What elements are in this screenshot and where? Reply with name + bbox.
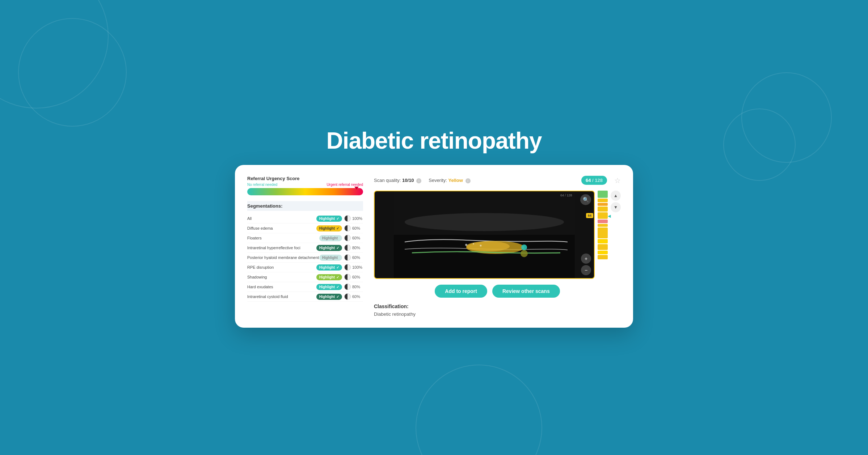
- contrast-icon[interactable]: [344, 293, 351, 300]
- highlight-button[interactable]: Highlight ✓: [316, 294, 342, 300]
- seg-pct-label: 100%: [352, 216, 363, 221]
- nav-up-button[interactable]: ▲: [611, 191, 621, 201]
- referral-label-high: Urgent referral needed: [326, 183, 363, 187]
- scan-counter: 64 / 128: [581, 176, 607, 185]
- highlight-button[interactable]: Highlight ✓: [316, 264, 342, 271]
- referral-label-low: No referral needed: [247, 183, 277, 187]
- svg-point-5: [521, 244, 527, 250]
- scan-zoom-out-button[interactable]: −: [581, 265, 591, 275]
- thumbnail-strip: 64 ◀: [598, 191, 608, 279]
- scan-viewer: 64 / 128 🔍 + − 64: [374, 191, 621, 279]
- svg-point-6: [521, 250, 528, 257]
- scan-header: Scan quality: 10/10 i Severity: Yellow i…: [374, 176, 621, 185]
- seg-row-name: Intraretinal cystoid fluid: [247, 294, 316, 299]
- contrast-icon[interactable]: [344, 244, 351, 251]
- frame-indicator: 64: [586, 213, 593, 218]
- referral-section: Referral Urgency Score No referral neede…: [247, 176, 363, 196]
- scan-search-overlay: 🔍: [580, 194, 591, 205]
- seg-row-name: Intraretinal hyperreflective foci: [247, 246, 316, 250]
- scan-quality: Scan quality: 10/10 i: [374, 178, 421, 183]
- svg-point-2: [405, 213, 564, 231]
- seg-row-name: All: [247, 216, 316, 221]
- seg-row: Posterior hyaloid membrane detachmentHig…: [247, 253, 363, 263]
- scan-counter-current: 64: [586, 178, 591, 183]
- scan-severity-info-icon[interactable]: i: [465, 178, 471, 183]
- classification-title: Classification:: [374, 303, 621, 309]
- seg-row: ShadowingHighlight ✓60%: [247, 272, 363, 282]
- classification-value: Diabetic retinopathy: [374, 311, 621, 317]
- seg-row: Intraretinal cystoid fluidHighlight ✓60%: [247, 292, 363, 302]
- left-panel: Referral Urgency Score No referral neede…: [247, 176, 363, 317]
- seg-pct-label: 60%: [352, 226, 363, 230]
- action-buttons: Add to report Review other scans: [374, 285, 621, 298]
- highlight-button[interactable]: Highlight ✓: [316, 274, 342, 280]
- highlight-button[interactable]: Highlight ✓: [316, 245, 342, 251]
- seg-pct-label: 80%: [352, 285, 363, 289]
- referral-title: Referral Urgency Score: [247, 176, 363, 181]
- svg-point-4: [466, 241, 510, 251]
- urgency-bar: [247, 188, 363, 195]
- highlight-button[interactable]: Highlight: [319, 235, 342, 241]
- seg-row: Hard exudatesHighlight ✓80%: [247, 282, 363, 292]
- contrast-icon[interactable]: [344, 254, 351, 261]
- scan-severity: Severity: Yellow i: [429, 178, 470, 183]
- seg-pct-label: 80%: [352, 246, 363, 250]
- segmentations-list: AllHighlight ✓100%Diffuse edemaHighlight…: [247, 214, 363, 302]
- contrast-icon[interactable]: [344, 215, 351, 222]
- review-other-scans-button[interactable]: Review other scans: [492, 285, 560, 298]
- seg-row: Diffuse edemaHighlight ✓60%: [247, 224, 363, 233]
- svg-text:64 / 128: 64 / 128: [560, 194, 572, 197]
- seg-pct-label: 60%: [352, 236, 363, 240]
- seg-row: RPE disruptionHighlight ✓100%: [247, 263, 363, 272]
- seg-row-name: Diffuse edema: [247, 226, 316, 230]
- scan-counter-total: / 128: [591, 178, 603, 183]
- scan-zoom-in-button[interactable]: +: [581, 254, 591, 264]
- seg-row-name: Floaters: [247, 236, 319, 240]
- nav-down-button[interactable]: ▼: [611, 202, 621, 212]
- seg-row-name: Hard exudates: [247, 285, 316, 289]
- scan-severity-value: Yellow: [448, 178, 463, 183]
- seg-pct-label: 60%: [352, 294, 363, 299]
- seg-row: Intraretinal hyperreflective fociHighlig…: [247, 243, 363, 253]
- svg-point-8: [473, 243, 474, 244]
- contrast-icon[interactable]: [344, 225, 351, 231]
- highlight-button[interactable]: Highlight: [319, 255, 342, 261]
- svg-point-9: [480, 245, 482, 247]
- segmentations-title: Segmentations:: [247, 201, 363, 211]
- page-title: Diabetic retinopathy: [326, 127, 542, 154]
- seg-pct-label: 60%: [352, 275, 363, 279]
- main-card: Referral Urgency Score No referral neede…: [235, 165, 633, 328]
- highlight-button[interactable]: Highlight ✓: [316, 225, 342, 231]
- scan-controls: + −: [581, 254, 591, 275]
- right-panel: Scan quality: 10/10 i Severity: Yellow i…: [374, 176, 621, 317]
- nav-buttons: ▲ ▼: [611, 191, 621, 212]
- frame-arrow: ◀: [608, 214, 611, 218]
- favorite-star-icon[interactable]: ☆: [614, 176, 621, 185]
- add-to-report-button[interactable]: Add to report: [435, 285, 487, 298]
- seg-row-name: RPE disruption: [247, 265, 316, 269]
- svg-point-7: [465, 244, 467, 246]
- segmentations-section: Segmentations: AllHighlight ✓100%Diffuse…: [247, 201, 363, 302]
- seg-pct-label: 100%: [352, 265, 363, 269]
- oct-scan-image: 64 / 128 🔍 + −: [375, 191, 594, 278]
- contrast-icon[interactable]: [344, 274, 351, 280]
- contrast-icon[interactable]: [344, 284, 351, 290]
- seg-row: FloatersHighlight60%: [247, 233, 363, 243]
- highlight-button[interactable]: Highlight ✓: [316, 216, 342, 222]
- scan-image-container: 64 / 128 🔍 + −: [374, 191, 595, 279]
- contrast-icon[interactable]: [344, 235, 351, 241]
- referral-labels: No referral needed Urgent referral neede…: [247, 183, 363, 187]
- seg-row: AllHighlight ✓100%: [247, 214, 363, 224]
- seg-row-name: Shadowing: [247, 275, 316, 279]
- seg-pct-label: 60%: [352, 255, 363, 260]
- scan-zoom-search-button[interactable]: 🔍: [580, 194, 591, 205]
- urgency-marker: [354, 187, 359, 190]
- scan-quality-value: 10/10: [402, 178, 414, 183]
- scan-quality-info-icon[interactable]: i: [416, 178, 421, 183]
- seg-row-name: Posterior hyaloid membrane detachment: [247, 255, 319, 260]
- contrast-icon[interactable]: [344, 264, 351, 271]
- highlight-button[interactable]: Highlight ✓: [316, 284, 342, 290]
- classification-section: Classification: Diabetic retinopathy: [374, 303, 621, 317]
